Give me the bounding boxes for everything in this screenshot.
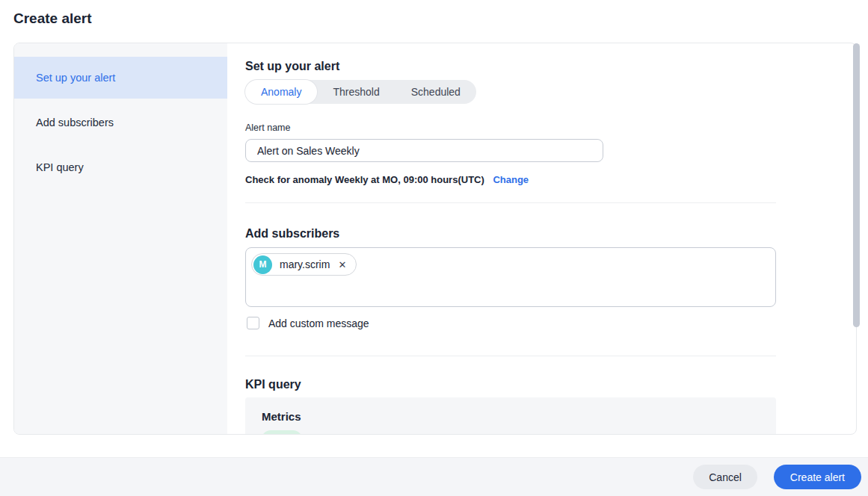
setup-section-heading: Set up your alert xyxy=(245,60,856,73)
kpi-query-panel: Metrics sales xyxy=(245,397,776,435)
panel-content: Set up your alert Anomaly Threshold Sche… xyxy=(227,43,856,434)
alert-name-label: Alert name xyxy=(245,123,856,133)
steps-sidebar: Set up your alert Add subscribers KPI qu… xyxy=(14,43,227,434)
alert-type-tabs: Anomaly Threshold Scheduled xyxy=(245,80,476,104)
metrics-label: Metrics xyxy=(262,410,760,423)
subscribers-section-heading: Add subscribers xyxy=(245,227,856,241)
alert-name-input[interactable] xyxy=(245,139,603,162)
section-divider xyxy=(245,202,776,203)
tab-anomaly[interactable]: Anomaly xyxy=(245,80,317,104)
sidebar-item-kpi-query[interactable]: KPI query xyxy=(14,146,227,188)
remove-subscriber-icon[interactable]: ✕ xyxy=(338,260,346,270)
subscriber-avatar: M xyxy=(253,255,272,274)
scrollbar-thumb[interactable] xyxy=(853,43,860,327)
custom-message-label: Add custom message xyxy=(268,317,369,329)
custom-message-row: Add custom message xyxy=(245,317,856,329)
sidebar-item-subscribers[interactable]: Add subscribers xyxy=(14,102,227,143)
subscriber-name: mary.scrim xyxy=(280,258,330,270)
metric-chip-sales[interactable]: sales xyxy=(262,430,302,435)
create-alert-button[interactable]: Create alert xyxy=(774,465,861,489)
custom-message-checkbox[interactable] xyxy=(247,317,259,329)
footer-bar: Cancel Create alert xyxy=(0,457,868,496)
page-title: Create alert xyxy=(13,10,92,27)
subscribers-input-box[interactable]: M mary.scrim ✕ xyxy=(245,247,776,307)
create-alert-panel: Set up your alert Add subscribers KPI qu… xyxy=(13,43,857,435)
change-schedule-link[interactable]: Change xyxy=(493,174,529,185)
tab-scheduled[interactable]: Scheduled xyxy=(395,80,476,104)
section-divider xyxy=(245,356,776,356)
tab-threshold[interactable]: Threshold xyxy=(317,80,395,104)
cancel-button[interactable]: Cancel xyxy=(693,465,757,489)
sidebar-item-label: Add subscribers xyxy=(36,117,114,128)
schedule-text: Check for anomaly Weekly at MO, 09:00 ho… xyxy=(245,174,484,185)
schedule-row: Check for anomaly Weekly at MO, 09:00 ho… xyxy=(245,174,856,185)
sidebar-item-label: KPI query xyxy=(36,161,84,173)
sidebar-item-label: Set up your alert xyxy=(36,72,115,84)
subscriber-chip: M mary.scrim ✕ xyxy=(251,253,357,276)
kpi-section-heading: KPI query xyxy=(245,378,856,391)
sidebar-item-setup[interactable]: Set up your alert xyxy=(14,57,227,99)
